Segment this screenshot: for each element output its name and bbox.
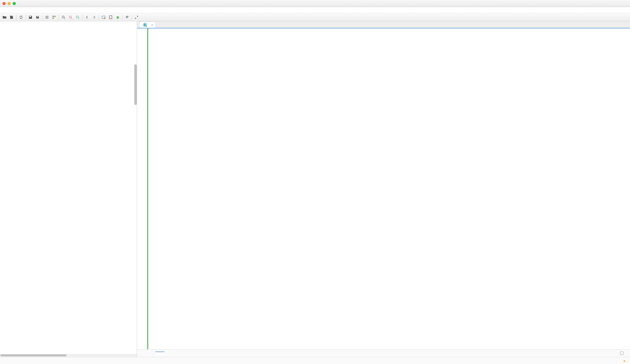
- svg-point-4: [62, 16, 64, 18]
- view-tab-simple[interactable]: [155, 352, 164, 355]
- forward-icon[interactable]: [91, 14, 97, 20]
- flatten-icon[interactable]: [44, 14, 50, 20]
- menu-view[interactable]: [7, 10, 9, 11]
- menu-tools[interactable]: [18, 10, 20, 11]
- project-tree-panel: [0, 21, 137, 357]
- toolbar: [0, 13, 630, 21]
- svg-rect-2: [54, 16, 56, 17]
- line-gutter: [137, 28, 147, 349]
- code-content: [148, 28, 153, 349]
- search-comment-icon[interactable]: [68, 14, 74, 20]
- menubar: [0, 7, 630, 13]
- svg-point-10: [117, 16, 119, 19]
- zoom-window-button[interactable]: [13, 2, 16, 5]
- sync-icon[interactable]: [18, 14, 24, 20]
- open-file-icon[interactable]: [2, 14, 8, 20]
- warnings-indicator[interactable]: ▲: [623, 359, 627, 362]
- search-class-icon[interactable]: [75, 14, 81, 20]
- svg-point-8: [104, 17, 105, 19]
- bug-icon[interactable]: [115, 14, 121, 20]
- titlebar: [0, 0, 630, 7]
- svg-point-5: [69, 16, 71, 18]
- editor-tabbar: C ×: [137, 21, 630, 28]
- svg-rect-3: [53, 17, 54, 19]
- quark-icon[interactable]: [101, 14, 107, 20]
- back-icon[interactable]: [84, 14, 90, 20]
- settings-icon[interactable]: [134, 14, 140, 20]
- editor-tab-s[interactable]: C ×: [139, 22, 156, 28]
- menu-help[interactable]: [24, 10, 26, 11]
- deobf-icon[interactable]: [51, 14, 57, 20]
- view-tab-code[interactable]: [137, 352, 146, 355]
- add-files-icon[interactable]: [9, 14, 15, 20]
- menu-navigation[interactable]: [13, 10, 15, 11]
- svg-rect-1: [53, 16, 54, 17]
- class-icon: C: [143, 23, 147, 27]
- menu-file[interactable]: [2, 10, 4, 11]
- warning-icon: ▲: [623, 359, 626, 362]
- svg-rect-9: [109, 16, 112, 19]
- tree-scrollbar-h[interactable]: [0, 354, 137, 357]
- text-icon[interactable]: [124, 14, 130, 20]
- change-marker: [147, 28, 148, 349]
- save-icon[interactable]: [27, 14, 34, 20]
- svg-rect-0: [29, 16, 31, 17]
- split-view-checkbox[interactable]: [620, 352, 625, 355]
- svg-point-6: [76, 16, 78, 18]
- view-tab-fallback[interactable]: [164, 352, 174, 355]
- tree-scrollbar[interactable]: [134, 64, 137, 105]
- close-tab-icon[interactable]: ×: [151, 23, 153, 27]
- log-icon[interactable]: [108, 14, 114, 20]
- export-icon[interactable]: [35, 14, 41, 20]
- code-editor[interactable]: [137, 28, 630, 349]
- search-icon[interactable]: [60, 14, 67, 20]
- view-tab-smali[interactable]: [146, 352, 155, 355]
- close-window-button[interactable]: [3, 2, 6, 5]
- minimize-window-button[interactable]: [8, 2, 11, 5]
